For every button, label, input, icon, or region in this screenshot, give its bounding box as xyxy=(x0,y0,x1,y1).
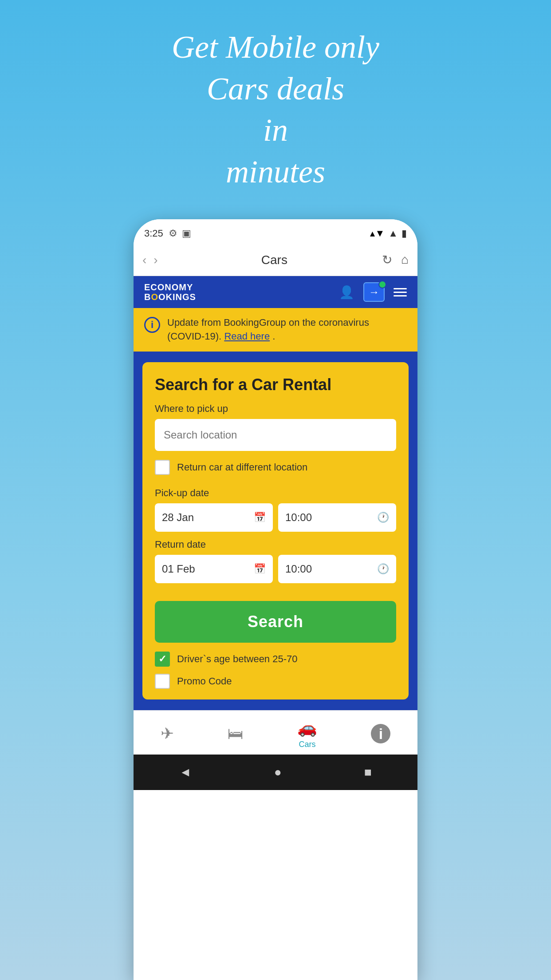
nav-item-info[interactable]: i xyxy=(371,724,390,743)
read-here-link[interactable]: Read here xyxy=(224,331,270,342)
drivers-age-checkbox[interactable]: ✓ xyxy=(155,652,170,667)
battery-icon: ▮ xyxy=(401,228,407,239)
browser-actions: ↻ ⌂ xyxy=(382,253,409,267)
status-icons-left: ⚙ ▣ xyxy=(169,228,191,239)
covid-banner: i Update from BookingGroup on the corona… xyxy=(134,308,417,352)
status-bar: 3:25 ⚙ ▣ ▴▼ ▲ ▮ xyxy=(134,219,417,244)
calendar-icon-pickup: 📅 xyxy=(254,512,266,523)
return-location-row: Return car at different location xyxy=(155,460,396,475)
login-button[interactable]: → xyxy=(363,282,385,302)
return-date-value: 01 Feb xyxy=(162,563,195,575)
headline-line1: Get Mobile only xyxy=(172,27,379,68)
plane-icon: ✈ xyxy=(161,724,174,743)
pickup-date-row: 28 Jan 📅 10:00 🕐 xyxy=(155,503,396,532)
logo-bookings: BOOKINGS xyxy=(144,292,196,302)
android-back-button[interactable]: ◄ xyxy=(179,765,192,779)
nav-item-flights[interactable]: ✈ xyxy=(161,724,174,743)
drivers-age-label: Driver`s age between 25-70 xyxy=(177,653,297,665)
header-icons: 👤 → xyxy=(339,282,407,302)
drivers-age-row: ✓ Driver`s age between 25-70 xyxy=(155,652,396,667)
sim-icon: ▣ xyxy=(182,228,191,239)
headline-container: Get Mobile only Cars deals in minutes xyxy=(172,0,379,193)
return-location-checkbox[interactable] xyxy=(155,460,170,475)
android-nav: ◄ ● ■ xyxy=(134,755,417,790)
back-button[interactable]: ‹ xyxy=(142,253,146,267)
wifi-icon: ▴▼ xyxy=(370,228,385,239)
menu-button[interactable] xyxy=(394,288,407,296)
logo-o: O xyxy=(151,292,158,302)
nav-item-hotels[interactable]: 🛏 xyxy=(228,724,244,743)
menu-line-3 xyxy=(394,295,407,296)
profile-icon[interactable]: 👤 xyxy=(339,285,354,300)
status-bar-left: 3:25 ⚙ ▣ xyxy=(144,228,191,239)
return-time-field[interactable]: 10:00 🕐 xyxy=(278,555,396,583)
android-recent-button[interactable]: ■ xyxy=(364,765,372,779)
return-time-value: 10:00 xyxy=(285,563,312,575)
return-date-row: 01 Feb 📅 10:00 🕐 xyxy=(155,555,396,583)
car-icon: 🚗 xyxy=(297,719,317,737)
covid-text: Update from BookingGroup on the coronavi… xyxy=(167,316,407,344)
pickup-date-label: Pick-up date xyxy=(155,487,396,499)
promo-code-checkbox[interactable] xyxy=(155,674,170,689)
signal-icon: ▲ xyxy=(388,228,398,239)
clock-icon-pickup: 🕐 xyxy=(377,512,389,523)
promo-code-row: Promo Code xyxy=(155,674,396,689)
menu-line-1 xyxy=(394,288,407,289)
menu-line-2 xyxy=(394,292,407,293)
home-icon[interactable]: ⌂ xyxy=(401,253,409,267)
return-location-label: Return car at different location xyxy=(177,462,307,473)
browser-nav: ‹ › xyxy=(142,253,158,267)
forward-button[interactable]: › xyxy=(153,253,157,267)
browser-title: Cars xyxy=(167,253,382,267)
bottom-nav: ✈ 🛏 🚗 Cars i xyxy=(134,710,417,755)
info-circle-icon: i xyxy=(144,317,160,333)
android-home-button[interactable]: ● xyxy=(274,765,282,779)
search-location-input[interactable] xyxy=(155,419,396,451)
search-card: Search for a Car Rental Where to pick up… xyxy=(142,362,409,699)
logo-economy: ECONOMY xyxy=(144,282,196,292)
logo: ECONOMY BOOKINGS xyxy=(144,282,196,302)
return-date-field[interactable]: 01 Feb 📅 xyxy=(155,555,273,583)
gear-icon: ⚙ xyxy=(169,228,177,239)
checkmark-icon: ✓ xyxy=(158,653,166,665)
headline-line3: in xyxy=(172,110,379,151)
app-header: ECONOMY BOOKINGS 👤 → xyxy=(134,276,417,308)
notification-dot xyxy=(378,281,386,288)
pickup-date-value: 28 Jan xyxy=(162,511,194,524)
hotel-icon: 🛏 xyxy=(228,724,244,743)
headline-line2: Cars deals xyxy=(172,68,379,110)
pickup-date-field[interactable]: 28 Jan 📅 xyxy=(155,503,273,532)
clock-icon-return: 🕐 xyxy=(377,563,389,575)
headline-line4: minutes xyxy=(172,151,379,193)
pickup-time-field[interactable]: 10:00 🕐 xyxy=(278,503,396,532)
promo-code-label: Promo Code xyxy=(177,676,232,687)
status-time: 3:25 xyxy=(144,228,163,239)
refresh-icon[interactable]: ↻ xyxy=(382,253,392,267)
cars-label: Cars xyxy=(299,740,316,749)
search-form-title: Search for a Car Rental xyxy=(155,375,396,394)
pickup-label: Where to pick up xyxy=(155,403,396,415)
calendar-icon-return: 📅 xyxy=(254,563,266,575)
info-icon: i xyxy=(371,724,390,743)
status-icons-right: ▴▼ ▲ ▮ xyxy=(370,228,407,239)
return-date-label: Return date xyxy=(155,539,396,550)
main-content: Search for a Car Rental Where to pick up… xyxy=(134,352,417,710)
search-button[interactable]: Search xyxy=(155,601,396,643)
nav-item-cars[interactable]: 🚗 Cars xyxy=(297,719,317,749)
pickup-time-value: 10:00 xyxy=(285,511,312,524)
browser-bar: ‹ › Cars ↻ ⌂ xyxy=(134,244,417,276)
phone-frame: 3:25 ⚙ ▣ ▴▼ ▲ ▮ ‹ › Cars ↻ ⌂ ECONOMY BOO… xyxy=(134,219,417,980)
